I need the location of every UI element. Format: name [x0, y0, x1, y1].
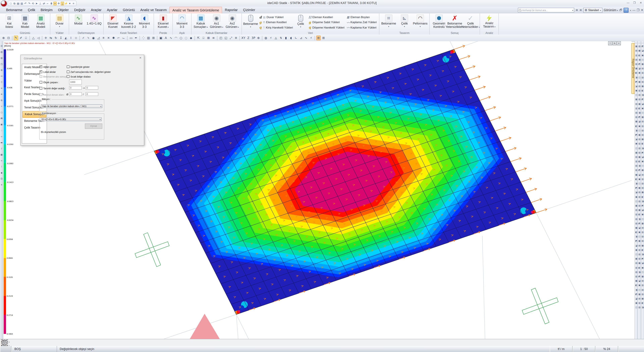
left-tool-icon-14[interactable]: ∴: [0, 129, 3, 132]
right-tool-icon[interactable]: ▨: [635, 169, 638, 172]
right-tool-icon[interactable]: ▥: [641, 72, 644, 74]
draw-tool-icon-23[interactable]: ✕: [106, 36, 111, 40]
draw-tool-icon-49[interactable]: ◱: [224, 36, 228, 40]
right-tool-icon[interactable]: ◩: [641, 151, 644, 154]
right-tool-icon[interactable]: ▤: [638, 244, 641, 247]
right-tool-icon[interactable]: ◩: [635, 80, 638, 83]
tab-analiz-ve-tasar-m[interactable]: Analiz ve Tasarım: [138, 7, 170, 14]
right-tool-icon[interactable]: ▥: [641, 125, 644, 127]
right-tool-icon[interactable]: ◩: [638, 63, 641, 66]
tab-ayarlar[interactable]: Ayarlar: [104, 7, 120, 14]
shearwall-axial-button[interactable]: ▮EksenelKuvvet ▾: [155, 14, 171, 29]
toolbar-grip[interactable]: [642, 42, 644, 43]
right-tool-icon[interactable]: ▨: [641, 240, 644, 242]
right-tool-icon[interactable]: ◨: [635, 235, 638, 238]
right-tool-icon[interactable]: ▣: [641, 160, 644, 163]
right-tool-icon[interactable]: ◫: [641, 58, 644, 61]
right-tool-icon[interactable]: ◨: [635, 129, 638, 132]
draw-tool-icon-37[interactable]: ∿: [169, 36, 173, 40]
right-tool-icon[interactable]: ◨: [638, 218, 641, 220]
right-tool-icon[interactable]: ▣: [638, 231, 641, 234]
right-tool-icon[interactable]: ◩: [638, 275, 641, 278]
right-tool-icon[interactable]: ▣: [638, 284, 641, 287]
right-tool-icon[interactable]: ▧: [641, 182, 644, 185]
combo-deformation-button[interactable]: ∿1.4G+1.6Q: [86, 14, 102, 25]
left-tool-icon-19[interactable]: ≍: [0, 159, 3, 162]
right-tool-icon[interactable]: ◨: [635, 182, 638, 185]
left-tool-icon-23[interactable]: ✳: [0, 184, 3, 186]
draw-tool-icon-63[interactable]: ◖: [289, 36, 293, 40]
draw-tool-icon-66[interactable]: ∿: [304, 36, 308, 40]
right-tool-icon[interactable]: ▦: [641, 116, 644, 118]
toolbar-grip[interactable]: [635, 42, 638, 43]
right-tool-icon[interactable]: ◧: [635, 231, 638, 234]
tab-g-r-nt-[interactable]: Görüntü: [120, 7, 138, 14]
right-tool-icon[interactable]: ▦: [641, 222, 644, 225]
chevron-down-icon[interactable]: ▾: [630, 9, 631, 11]
right-tool-icon[interactable]: ◪: [641, 103, 644, 105]
draw-tool-icon-15[interactable]: Ι: [69, 36, 73, 40]
view-menu-button[interactable]: Görünüm ▾: [604, 9, 618, 12]
draw-tool-icon-58[interactable]: ◍: [264, 36, 268, 40]
tab-birle-im[interactable]: Birleşim: [38, 7, 55, 14]
draw-tool-icon-53[interactable]: XY: [241, 36, 246, 40]
range-from-input[interactable]: [69, 86, 82, 90]
right-tool-icon[interactable]: ◪: [635, 138, 638, 141]
right-tool-icon[interactable]: ▥: [641, 231, 644, 234]
checkbox-show-markers[interactable]: İşaretleriyle göster: [67, 66, 90, 68]
right-tool-icon[interactable]: ◧: [638, 107, 641, 110]
right-tool-icon[interactable]: ▩: [635, 279, 638, 282]
right-tool-icon[interactable]: ◩: [638, 116, 641, 118]
right-tool-icon[interactable]: ▦: [638, 187, 641, 189]
left-tool-icon-22[interactable]: Ⓐ: [0, 178, 3, 180]
right-tool-icon[interactable]: ▣: [641, 213, 644, 216]
geometry-check-button[interactable]: ⬢GeometriKontrolü: [431, 14, 447, 29]
right-tool-icon[interactable]: ▦: [638, 80, 641, 83]
layers-icon[interactable]: ≋: [576, 9, 578, 12]
right-tool-icon[interactable]: ▥: [638, 195, 641, 198]
right-tool-icon[interactable]: ◫: [635, 253, 638, 256]
left-tool-icon-1[interactable]: ▤: [0, 51, 3, 53]
right-tool-icon[interactable]: ▦: [641, 275, 644, 278]
left-tool-icon-11[interactable]: ◻: [0, 111, 3, 114]
right-tool-icon[interactable]: ▤: [635, 209, 638, 211]
status-zoom[interactable]: % 24: [595, 346, 618, 352]
right-tool-icon[interactable]: ◨: [641, 253, 644, 256]
component-select[interactable]: M11▾: [81, 104, 102, 108]
combination-select[interactable]: G'+Q'+Ex-0.3Ey+0.3Ez▾: [41, 117, 102, 121]
right-tool-icon[interactable]: ▩: [635, 173, 638, 176]
right-tool-icon[interactable]: ▥: [641, 178, 644, 181]
right-tool-icon[interactable]: ◩: [635, 134, 638, 136]
checkbox-icon[interactable]: [40, 70, 42, 73]
left-tool-icon-17[interactable]: ⫽: [0, 147, 3, 150]
draw-tool-icon-11[interactable]: ⇆: [49, 36, 53, 40]
right-tool-icon[interactable]: ◪: [635, 244, 638, 247]
analysis-model-button[interactable]: ▦AnalizModeli: [33, 14, 49, 29]
right-tool-icon[interactable]: ◪: [638, 226, 641, 229]
steel-inadequacies-button[interactable]: ✓ÇelikYetersizlikler ▾: [463, 14, 478, 29]
display-settings-icon[interactable]: 🗗: [619, 9, 622, 12]
right-tool-icon[interactable]: ▤: [638, 138, 641, 141]
right-tool-icon[interactable]: ◫: [638, 76, 641, 79]
as1-visible-button[interactable]: ◉As1Görünen ▾: [209, 14, 224, 29]
left-tool-icon-21[interactable]: ◆: [0, 171, 3, 174]
right-tool-icon[interactable]: ▤: [641, 173, 644, 176]
right-tool-icon[interactable]: ▩: [641, 244, 644, 247]
draw-tool-icon-31[interactable]: ⁛: [141, 36, 146, 40]
floor-list-button[interactable]: ⊞Katlistesi: [1, 14, 17, 29]
draw-tool-icon-65[interactable]: ⊿: [299, 36, 303, 40]
right-tool-icon[interactable]: ▧: [635, 58, 638, 61]
right-tool-icon[interactable]: ▣: [635, 302, 638, 304]
right-tool-icon[interactable]: ▦: [635, 151, 638, 154]
right-tool-icon[interactable]: ▩: [641, 297, 644, 300]
right-tool-icon[interactable]: ◩: [638, 222, 641, 225]
tab-objeler[interactable]: Objeler: [55, 7, 72, 14]
draw-tool-icon-0[interactable]: ⊕: [1, 36, 6, 40]
right-tool-icon[interactable]: ◨: [638, 58, 641, 61]
close-icon[interactable]: ✕: [139, 56, 142, 59]
right-tool-icon[interactable]: ▣: [641, 107, 644, 110]
draw-tool-icon-55[interactable]: 3P: [251, 36, 256, 40]
right-tool-icon[interactable]: ◨: [638, 271, 641, 273]
tab-analiz-ve-tasar-m-g-r-nt-leme[interactable]: Analiz ve Tasarım Görüntüleme: [170, 7, 222, 14]
draw-tool-icon-25[interactable]: ⌐: [116, 36, 121, 40]
